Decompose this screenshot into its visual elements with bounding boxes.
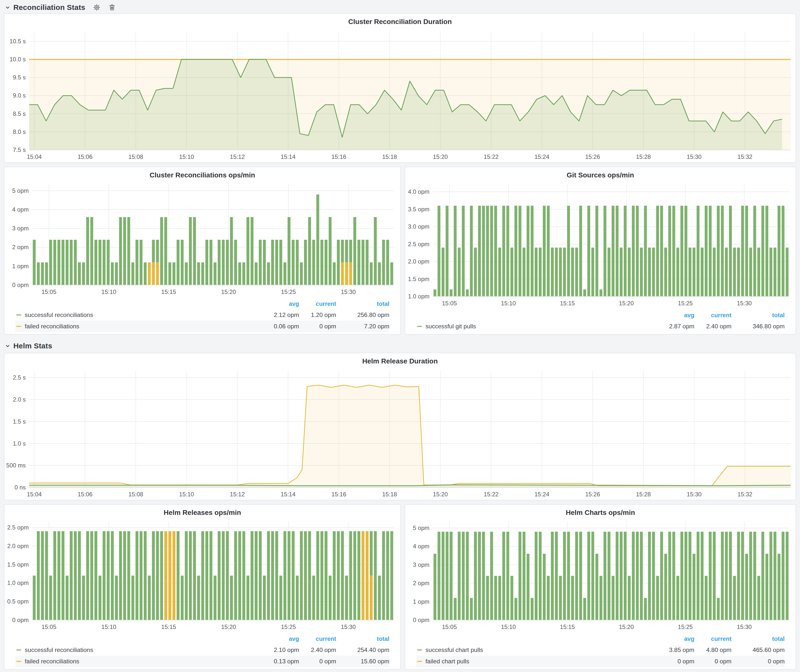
legend-col-current[interactable]: current bbox=[299, 300, 336, 307]
svg-text:1.5 s: 1.5 s bbox=[13, 418, 26, 425]
cluster-reconciliation-duration-chart[interactable]: 15:0415:0615:0815:1015:1215:1415:1615:18… bbox=[5, 27, 795, 163]
svg-text:15:16: 15:16 bbox=[331, 154, 346, 160]
panel-helm-charts-opm: Helm Charts ops/min 15:0515:1015:1515:20… bbox=[405, 504, 796, 670]
svg-text:15:10: 15:10 bbox=[179, 491, 194, 498]
legend-header: avg current total bbox=[416, 634, 785, 644]
series-avg: 2.10 opm bbox=[254, 646, 299, 653]
panel-cluster-reconciliations-opm: Cluster Reconciliations ops/min 15:0515:… bbox=[4, 167, 401, 334]
legend-col-current[interactable]: current bbox=[694, 635, 731, 642]
svg-text:15:20: 15:20 bbox=[433, 491, 448, 498]
svg-text:15:10: 15:10 bbox=[179, 154, 194, 160]
svg-text:2.5 opm: 2.5 opm bbox=[7, 524, 29, 531]
svg-text:15:08: 15:08 bbox=[128, 491, 143, 498]
svg-text:0.5 opm: 0.5 opm bbox=[7, 598, 29, 605]
svg-text:3 opm: 3 opm bbox=[12, 225, 29, 232]
legend: avg current total successful reconciliat… bbox=[5, 634, 400, 670]
legend-col-total[interactable]: total bbox=[731, 312, 785, 319]
helm-release-duration-chart[interactable]: 15:0415:0615:0815:1015:1215:1415:1615:18… bbox=[5, 366, 795, 501]
svg-text:15:20: 15:20 bbox=[619, 300, 634, 307]
svg-text:500 ms: 500 ms bbox=[6, 462, 26, 469]
series-label[interactable]: successful chart pulls bbox=[426, 646, 483, 653]
svg-text:15:22: 15:22 bbox=[483, 491, 498, 498]
svg-text:9.5 s: 9.5 s bbox=[13, 74, 26, 81]
series-current: 2.40 opm bbox=[694, 323, 731, 330]
panel-title[interactable]: Cluster Reconciliations ops/min bbox=[5, 167, 400, 180]
series-label[interactable]: failed chart pulls bbox=[426, 658, 469, 665]
series-total: 465.60 opm bbox=[731, 646, 785, 653]
svg-text:8.5 s: 8.5 s bbox=[13, 110, 26, 117]
series-avg: 0.06 opm bbox=[254, 323, 299, 330]
panel-title[interactable]: Cluster Reconciliation Duration bbox=[5, 14, 795, 27]
legend-row: failed reconciliations 0.13 opm 0 opm 15… bbox=[15, 656, 389, 667]
svg-text:15:15: 15:15 bbox=[161, 288, 176, 295]
svg-text:15:05: 15:05 bbox=[42, 624, 56, 630]
legend-col-avg[interactable]: avg bbox=[650, 635, 694, 642]
svg-text:15:32: 15:32 bbox=[738, 154, 752, 160]
svg-text:9.0 s: 9.0 s bbox=[13, 92, 26, 99]
series-total: 254.40 opm bbox=[336, 646, 389, 653]
svg-text:4.0 opm: 4.0 opm bbox=[408, 188, 429, 195]
legend-row: failed reconciliations 0.06 opm 0 opm 7.… bbox=[15, 321, 389, 332]
section-title[interactable]: Helm Stats bbox=[13, 342, 52, 350]
svg-text:15:16: 15:16 bbox=[331, 491, 346, 498]
legend-col-avg[interactable]: avg bbox=[254, 300, 299, 307]
svg-text:15:14: 15:14 bbox=[280, 491, 295, 498]
chevron-down-icon[interactable] bbox=[5, 4, 11, 11]
series-label[interactable]: successful reconciliations bbox=[25, 646, 93, 653]
panel-title[interactable]: Git Sources ops/min bbox=[405, 167, 795, 180]
panel-title[interactable]: Helm Release Duration bbox=[5, 353, 795, 366]
gear-icon[interactable] bbox=[93, 3, 101, 11]
legend-header: avg current total bbox=[15, 634, 389, 644]
panel-git-sources-opm: Git Sources ops/min 15:0515:1015:1515:20… bbox=[405, 167, 796, 334]
series-avg: 2.12 opm bbox=[254, 312, 299, 318]
svg-text:15:12: 15:12 bbox=[230, 154, 245, 160]
legend-col-current[interactable]: current bbox=[694, 312, 731, 319]
series-color-dash bbox=[417, 661, 422, 662]
svg-text:2.0 opm: 2.0 opm bbox=[408, 258, 429, 265]
panel-helm-release-duration: Helm Release Duration 15:0415:0615:0815:… bbox=[4, 353, 796, 500]
svg-text:15:05: 15:05 bbox=[42, 288, 56, 295]
section-title[interactable]: Reconciliation Stats bbox=[13, 3, 85, 12]
series-label[interactable]: failed reconciliations bbox=[25, 323, 79, 330]
svg-text:15:25: 15:25 bbox=[678, 300, 693, 307]
svg-text:15:15: 15:15 bbox=[560, 300, 575, 307]
chevron-down-icon[interactable] bbox=[5, 343, 11, 349]
series-label[interactable]: successful git pulls bbox=[426, 323, 476, 330]
svg-text:15:30: 15:30 bbox=[737, 300, 752, 307]
series-color-dash bbox=[16, 650, 21, 650]
legend-col-total[interactable]: total bbox=[336, 300, 389, 307]
legend-col-total[interactable]: total bbox=[731, 635, 785, 642]
svg-text:1.0 s: 1.0 s bbox=[13, 440, 26, 447]
svg-text:15:30: 15:30 bbox=[687, 491, 702, 498]
cluster-reconciliations-opm-chart[interactable]: 15:0515:1015:1515:2015:2515:300 opm1 opm… bbox=[5, 180, 400, 298]
svg-text:15:28: 15:28 bbox=[636, 491, 651, 498]
svg-text:15:25: 15:25 bbox=[678, 624, 693, 630]
svg-text:15:24: 15:24 bbox=[534, 491, 549, 498]
trash-icon[interactable] bbox=[108, 3, 116, 11]
helm-releases-opm-chart[interactable]: 15:0515:1015:1515:2015:2515:300 opm0.5 o… bbox=[5, 518, 400, 634]
legend-col-total[interactable]: total bbox=[336, 635, 389, 642]
svg-text:1.0 opm: 1.0 opm bbox=[7, 579, 29, 586]
svg-text:15:04: 15:04 bbox=[27, 154, 42, 160]
svg-text:0 opm: 0 opm bbox=[413, 617, 429, 623]
helm-charts-opm-chart[interactable]: 15:0515:1015:1515:2015:2515:300 opm1 opm… bbox=[405, 518, 795, 634]
series-label[interactable]: successful reconciliations bbox=[25, 312, 93, 318]
legend-col-avg[interactable]: avg bbox=[254, 635, 299, 642]
git-sources-opm-chart[interactable]: 15:0515:1015:1515:2015:2515:301.0 opm1.5… bbox=[405, 180, 795, 310]
svg-text:15:18: 15:18 bbox=[382, 491, 397, 498]
legend-row: successful chart pulls 3.85 opm 4.80 opm… bbox=[416, 644, 785, 656]
legend: avg current total successful chart pulls… bbox=[405, 634, 795, 670]
legend-col-current[interactable]: current bbox=[299, 635, 336, 642]
svg-text:15:14: 15:14 bbox=[280, 154, 295, 160]
legend-col-avg[interactable]: avg bbox=[650, 312, 694, 319]
panel-title[interactable]: Helm Releases ops/min bbox=[5, 505, 400, 518]
svg-text:15:28: 15:28 bbox=[636, 154, 651, 160]
svg-text:15:04: 15:04 bbox=[27, 491, 42, 498]
panel-title[interactable]: Helm Charts ops/min bbox=[405, 505, 795, 518]
svg-text:15:05: 15:05 bbox=[442, 624, 457, 630]
series-label[interactable]: failed reconciliations bbox=[25, 658, 79, 665]
svg-text:15:05: 15:05 bbox=[442, 300, 457, 307]
svg-text:7.5 s: 7.5 s bbox=[13, 146, 26, 153]
svg-text:2 opm: 2 opm bbox=[12, 244, 29, 250]
svg-text:15:32: 15:32 bbox=[738, 491, 752, 498]
